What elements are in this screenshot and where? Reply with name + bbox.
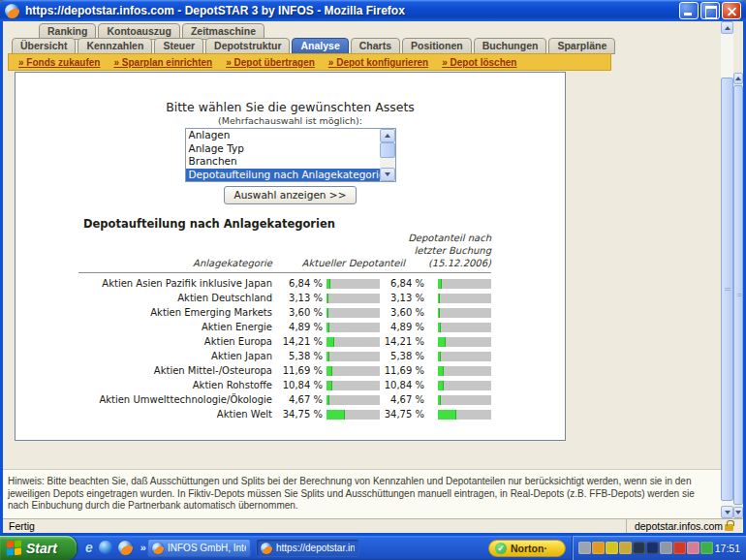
action-link[interactable]: » Depot übertragen — [226, 57, 315, 68]
taskbar-button-infos[interactable]: INFOS GmbH, Intern... — [147, 539, 251, 557]
nav-tab[interactable]: Steuer — [154, 38, 203, 54]
internet-explorer-icon[interactable]: e — [85, 540, 93, 555]
tray-icon[interactable] — [606, 542, 618, 554]
firefox-icon — [261, 543, 272, 554]
table-row: Aktien Asien Pazifik inklusive Japan 6,8… — [78, 276, 491, 291]
table-row: Aktien Deutschland 3,13 % 3,13 % — [78, 291, 491, 305]
taskbar: Start e » INFOS GmbH, Intern... https://… — [0, 536, 746, 560]
action-link[interactable]: » Depot löschen — [442, 57, 516, 68]
current-bar — [326, 366, 380, 376]
current-value: 6,84 % — [272, 276, 323, 291]
tray-icon[interactable] — [619, 542, 632, 554]
scroll-down-icon[interactable] — [380, 168, 395, 181]
firefox-icon — [5, 4, 19, 18]
column-header-current: Aktueller Depotanteil — [272, 258, 405, 268]
listbox-option[interactable]: Depotaufteilung nach Anlagekategorien — [186, 169, 380, 182]
current-bar — [326, 352, 380, 361]
column-header-last-booking: Depotanteil nach letzter Buchung (15.12.… — [408, 232, 491, 269]
nav-tab[interactable]: Kennzahlen — [78, 38, 152, 54]
close-button[interactable] — [722, 2, 741, 19]
page-scrollbar[interactable] — [721, 21, 733, 518]
status-bar: Fertig depotstar.infos.com — [3, 518, 743, 533]
nav-tab[interactable]: Übersicht — [12, 38, 76, 54]
listbox-option[interactable]: Branchen — [186, 155, 380, 169]
lock-icon[interactable] — [725, 524, 733, 531]
asset-select-subtitle: (Mehrfachauswahl ist möglich): — [16, 115, 565, 126]
scrollbar-thumb[interactable] — [380, 142, 395, 158]
firefox-icon — [152, 543, 164, 554]
norton-check-icon: ✓ — [495, 543, 507, 554]
taskbar-button-depotstar[interactable]: https://depotstar.inf... — [256, 539, 359, 557]
table-divider — [78, 272, 491, 273]
listbox-option[interactable]: Anlagen — [186, 129, 380, 142]
title-bar[interactable]: https://depotstar.infos.com - DepotSTAR … — [0, 0, 746, 21]
start-button[interactable]: Start — [0, 536, 77, 560]
status-domain: depotstar.infos.com — [635, 520, 723, 532]
listbox-scrollbar[interactable] — [380, 129, 395, 181]
current-value: 11,69 % — [272, 363, 323, 378]
norton-button[interactable]: ✓ Norton· — [488, 540, 566, 557]
category-label: Aktien Umwelttechnologie/Ökologie — [78, 392, 272, 407]
current-bar — [326, 337, 380, 347]
analysis-panel: Bitte wählen Sie die gewünschten Assets … — [15, 72, 566, 441]
nav-tab[interactable]: Buchungen — [474, 38, 547, 54]
scrollbar-thumb[interactable] — [733, 85, 743, 505]
last-value: 11,69 % — [380, 363, 424, 378]
maximize-button[interactable] — [700, 2, 720, 19]
system-tray: 17:51 — [572, 536, 746, 560]
asset-select-title: Bitte wählen Sie die gewünschten Assets — [16, 100, 565, 114]
last-value: 3,13 % — [380, 291, 424, 305]
frame-scrollbar[interactable] — [733, 73, 743, 518]
last-value: 5,38 % — [380, 349, 424, 363]
status-text: Fertig — [9, 520, 626, 532]
tray-icon[interactable] — [700, 542, 713, 554]
nav-tab[interactable]: Positionen — [402, 38, 472, 54]
show-selection-button[interactable]: Auswahl anzeigen >> — [224, 186, 357, 204]
tray-icon[interactable] — [646, 542, 659, 554]
last-value: 4,67 % — [380, 392, 424, 407]
window-title: https://depotstar.infos.com - DepotSTAR … — [25, 4, 405, 17]
firefox-icon[interactable] — [118, 541, 133, 555]
current-value: 5,38 % — [272, 349, 323, 363]
category-label: Aktien Welt — [78, 407, 272, 421]
tray-icon[interactable] — [633, 542, 645, 554]
current-bar — [326, 323, 380, 332]
current-value: 3,60 % — [272, 305, 323, 320]
report-heading: Depotaufteilung nach Anlagekategorien — [83, 217, 335, 231]
last-bar — [438, 366, 491, 376]
nav-tab[interactable]: Charts — [351, 38, 400, 54]
action-link[interactable]: » Fonds zukaufen — [18, 57, 100, 68]
action-link-bar: » Fonds zukaufen» Sparplan einrichten» D… — [8, 53, 611, 71]
tray-icon[interactable] — [578, 542, 591, 554]
scroll-down-icon[interactable] — [721, 506, 733, 518]
quick-launch-overflow[interactable]: » — [140, 542, 146, 553]
current-value: 14,21 % — [272, 334, 323, 349]
table-row: Aktien Rohstoffe 10,84 % 10,84 % — [78, 378, 491, 392]
minimize-button[interactable] — [679, 2, 699, 19]
messenger-icon[interactable] — [99, 541, 112, 554]
category-label: Aktien Europa — [78, 334, 272, 349]
nav-tab[interactable]: Depotstruktur — [205, 38, 290, 54]
last-bar — [438, 410, 491, 420]
tray-icon[interactable] — [592, 542, 605, 554]
scroll-down-icon[interactable] — [733, 507, 743, 518]
current-bar — [326, 308, 380, 318]
nav-tab[interactable]: Sparpläne — [548, 38, 615, 54]
tray-icon[interactable] — [660, 542, 672, 554]
current-bar — [326, 279, 380, 289]
scroll-up-icon[interactable] — [380, 129, 395, 142]
nav-tab[interactable]: Analyse — [292, 38, 348, 54]
tray-icon[interactable] — [687, 542, 699, 554]
start-label: Start — [26, 541, 57, 556]
scroll-up-icon[interactable] — [721, 21, 733, 34]
current-value: 3,13 % — [272, 291, 323, 305]
action-link[interactable]: » Sparplan einrichten — [113, 57, 212, 68]
scroll-up-icon[interactable] — [733, 73, 743, 84]
action-link[interactable]: » Depot konfigurieren — [328, 57, 428, 68]
taskbar-clock: 17:51 — [715, 536, 740, 560]
listbox-option[interactable]: Anlage Typ — [186, 142, 380, 156]
tab-row-primary: ÜbersichtKennzahlenSteuerDepotstrukturAn… — [12, 38, 615, 54]
asset-listbox[interactable]: AnlagenAnlage TypBranchenDepotaufteilung… — [185, 128, 396, 182]
tray-icon[interactable] — [673, 542, 686, 554]
scrollbar-thumb[interactable] — [721, 78, 733, 501]
